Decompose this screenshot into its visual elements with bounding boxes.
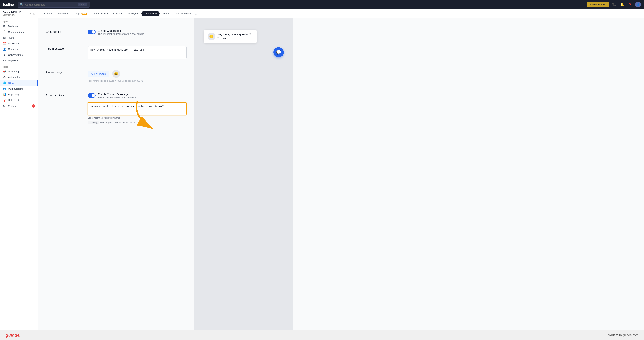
marketing-icon: 📣	[3, 70, 6, 73]
sidebar-item-scheduler[interactable]: 📅 Scheduler	[0, 40, 38, 46]
chevron-icon: ▾	[137, 12, 138, 15]
toggle-title: Enable Chat Bubble	[98, 29, 144, 32]
bell-icon[interactable]: 🔔	[619, 2, 625, 7]
footer: guidde. Made with guidde.com	[0, 330, 644, 340]
sidebar-item-label: Help Desk	[8, 99, 20, 102]
edit-image-label: Edit Image	[94, 72, 106, 75]
sidebar-item-label: Mailfold	[8, 105, 16, 107]
notification-badge: 35	[32, 104, 35, 108]
tasks-icon: ☑	[3, 36, 6, 39]
sidebar-item-memberships[interactable]: 👥 Memberships	[0, 86, 38, 91]
sidebar-item-payments[interactable]: 🗂 Payments	[0, 58, 38, 63]
sidebar-item-mailfold[interactable]: ✉ Mailfold 35	[0, 103, 38, 109]
return-visitors-input[interactable]: Welcome back {{name}}, how can we help y…	[88, 102, 186, 115]
sidebar: Dunder Mifflin [D... Scranton, PA ▾ ⊟ Ap…	[0, 9, 38, 340]
custom-greetings-desc: Enable Custom greetings for returning	[98, 96, 136, 99]
avatar-preview: 😊	[112, 70, 120, 78]
sidebar-item-label: Automation	[8, 76, 20, 79]
subnav-url-redirects[interactable]: URL Redirects	[172, 11, 193, 16]
page-content: Chat bubble Enable Chat Bubble This will…	[38, 18, 644, 340]
chat-icon: 💬	[3, 30, 6, 33]
sidebar-item-helpdesk[interactable]: ❓ Help Desk	[0, 97, 38, 103]
reporting-icon: 📊	[3, 93, 6, 96]
sidebar-item-label: Contacts	[8, 48, 18, 51]
sidebar-item-label: Memberships	[8, 87, 23, 90]
avatar-image-row: Avatar Image ✎ Edit Image 😊 Recommended …	[46, 64, 186, 87]
return-visitors-hint: Greet returning visitors by name	[88, 117, 186, 119]
chevron-down-icon: ▾	[30, 12, 31, 15]
chat-bubble-row: Chat bubble Enable Chat Bubble This will…	[46, 24, 186, 41]
edit-image-button[interactable]: ✎ Edit Image	[88, 71, 109, 77]
intro-message-content: Hey there, have a question? Text us!	[88, 46, 186, 59]
grid-icon: ⊞	[3, 25, 6, 28]
subnav-client-portal[interactable]: Client Portal ▾	[90, 11, 110, 16]
sidebar-item-contacts[interactable]: 👤 Contacts	[0, 46, 38, 52]
sidebar-item-dashboard[interactable]: ⊞ Dashboard	[0, 23, 38, 29]
sidebar-item-label: Dashboard	[8, 25, 20, 28]
intro-message-input[interactable]: Hey there, have a question? Text us!	[88, 46, 186, 59]
calendar-icon: 📅	[3, 42, 6, 45]
avatar[interactable]: 👤	[635, 2, 641, 7]
chat-fab-button[interactable]: 💬	[274, 47, 284, 57]
return-visitors-row: Return visitors Enable Custom Greetings …	[46, 87, 186, 130]
sidebar-item-marketing[interactable]: 📣 Marketing	[0, 69, 38, 74]
top-nav: topline 🔍 Ctrl + K topline Support 📞 🔔 ❓…	[0, 0, 644, 9]
sidebar-item-sites[interactable]: 🌐 Sites	[0, 80, 38, 86]
apps-label: Apps	[0, 18, 38, 23]
subnav-chat-widget[interactable]: Chat Widget	[142, 11, 160, 16]
sidebar-collapse-icon[interactable]: ⊟	[33, 12, 35, 15]
footer-tagline: Made with guidde.com	[608, 334, 638, 337]
sidebar-item-label: Conversations	[8, 31, 24, 33]
edit-icon: ✎	[91, 72, 93, 75]
support-button[interactable]: topline Support	[587, 2, 609, 7]
guidde-logo: guidde.	[6, 333, 20, 338]
subnav-blogs[interactable]: Blogs New	[72, 11, 90, 16]
subnav-surveys[interactable]: Surveys ▾	[125, 11, 141, 16]
opportunities-icon: ◈	[3, 53, 6, 56]
sites-icon: 🌐	[3, 81, 6, 84]
search-input[interactable]	[25, 3, 76, 6]
chat-bubble-toggle[interactable]	[88, 30, 96, 34]
workspace-header[interactable]: Dunder Mifflin [D... Scranton, PA ▾ ⊟	[0, 9, 38, 18]
return-visitors-label: Return visitors	[46, 93, 80, 97]
automation-icon: ⚙	[3, 76, 6, 79]
phone-icon[interactable]: 📞	[611, 2, 617, 7]
payments-icon: 🗂	[3, 59, 6, 62]
subnav-funnels[interactable]: Funnels	[42, 11, 55, 16]
sidebar-item-tasks[interactable]: ☑ Tasks	[0, 35, 38, 40]
subnav-media[interactable]: Media	[160, 11, 172, 16]
new-badge: New	[82, 12, 88, 15]
helpdesk-icon: ❓	[3, 99, 6, 102]
return-visitors-toggle[interactable]	[88, 93, 96, 98]
memberships-icon: 👥	[3, 87, 6, 90]
sidebar-item-conversations[interactable]: 💬 Conversations	[0, 29, 38, 35]
sidebar-item-label: Opportunities	[8, 53, 23, 56]
sidebar-item-reporting[interactable]: 📊 Reporting	[0, 91, 38, 97]
workspace-name: Dunder Mifflin [D...	[3, 11, 23, 14]
avatar-image-label: Avatar Image	[46, 70, 80, 74]
toggle-desc: This will greet your visitors with a cha…	[98, 33, 144, 35]
avatar-image-content: ✎ Edit Image 😊 Recommended size is 300px…	[88, 70, 186, 82]
help-icon[interactable]: ❓	[627, 2, 633, 7]
sidebar-item-automation[interactable]: ⚙ Automation	[0, 74, 38, 80]
preview-panel: 😊 Hey there, have a question? Text us! 💬	[194, 18, 293, 340]
settings-icon[interactable]: ⚙	[194, 12, 197, 15]
search-icon: 🔍	[20, 3, 24, 6]
chat-preview-text: Hey there, have a question? Text us!	[218, 33, 253, 40]
chat-bubble-label: Chat bubble	[46, 29, 80, 33]
sidebar-item-label: Marketing	[8, 70, 19, 73]
workspace-location: Scranton, PA	[3, 14, 23, 16]
sidebar-item-label: Tasks	[8, 36, 14, 39]
mail-icon: ✉	[3, 104, 6, 107]
subnav-websites[interactable]: Websites	[56, 11, 71, 16]
subnav-forms[interactable]: Forms ▾	[111, 11, 124, 16]
sidebar-item-opportunities[interactable]: ◈ Opportunities	[0, 52, 38, 58]
custom-greetings-title: Enable Custom Greetings	[98, 93, 136, 96]
chevron-icon: ▾	[121, 12, 122, 15]
sidebar-item-label: Sites	[8, 82, 14, 84]
settings-panel: Chat bubble Enable Chat Bubble This will…	[38, 18, 194, 340]
sidebar-item-label: Scheduler	[8, 42, 19, 45]
main-content: Funnels Websites Blogs New Client Portal…	[38, 9, 644, 340]
image-hint: Recommended size is 300px * 300px, size …	[88, 80, 186, 82]
search-bar[interactable]: 🔍 Ctrl + K	[18, 1, 90, 7]
